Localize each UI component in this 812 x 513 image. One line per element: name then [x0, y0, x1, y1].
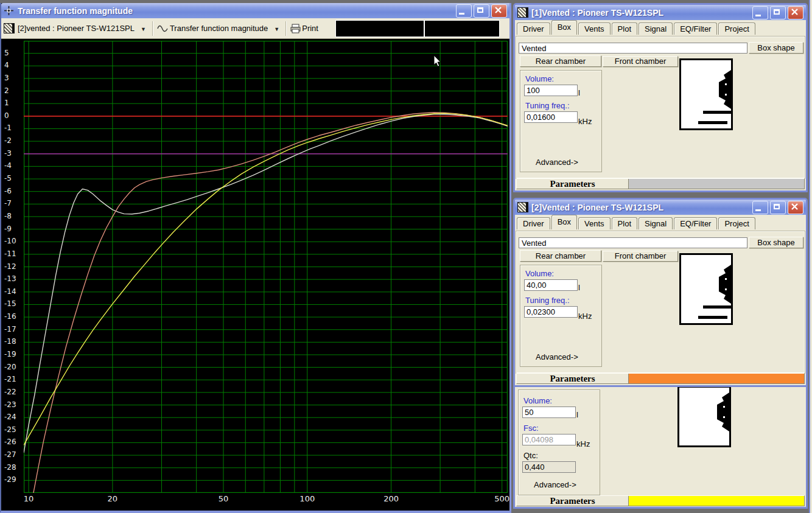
tuning-freq-input[interactable]: [524, 306, 578, 318]
minimize-button[interactable]: [456, 4, 472, 18]
legend-panel-1: [336, 21, 424, 37]
plot-titlebar[interactable]: Transfer function magnitude: [1, 3, 509, 18]
volume-input[interactable]: [524, 279, 578, 291]
y-tick-label: -26: [4, 438, 16, 446]
box-shape-button[interactable]: Box shape: [749, 42, 803, 54]
advanced-link[interactable]: Advanced->: [536, 158, 578, 167]
volume-label: Volume:: [525, 269, 554, 278]
tab-plot[interactable]: Plot: [612, 217, 637, 229]
rear-chamber-button[interactable]: Rear chamber: [520, 55, 601, 67]
volume-input[interactable]: [524, 85, 578, 96]
tab-vents[interactable]: Vents: [578, 23, 611, 35]
vent-icon: [703, 305, 731, 309]
project-dropdown[interactable]: [2]vented : Pioneer TS-W121SPL: [18, 24, 135, 33]
minimize-button[interactable]: [752, 201, 768, 214]
tuning-freq-label: Tuning freq.:: [525, 101, 570, 110]
background-window-edge: [809, 0, 812, 513]
chevron-down-icon[interactable]: ▼: [274, 26, 279, 32]
mouse-cursor: [433, 55, 442, 68]
rear-chamber-button[interactable]: Rear chamber: [520, 250, 601, 262]
x-tick-label: 20: [99, 494, 126, 503]
maximize-button[interactable]: [474, 4, 489, 18]
y-tick-label: 3: [4, 74, 9, 82]
y-tick-label: -1: [4, 124, 12, 132]
y-tick-label: -3: [4, 149, 12, 158]
volume-input[interactable]: [522, 407, 576, 418]
plot-window: Transfer function magnitude [2]vented : …: [0, 3, 511, 513]
tab-driver[interactable]: Driver: [517, 23, 550, 35]
y-tick-label: -27: [4, 450, 16, 459]
window-1-titlebar[interactable]: [1]Vented : Pioneer TS-W121SPL: [515, 5, 806, 20]
speaker-driver-icon: [681, 60, 731, 128]
fsc-label: Fsc:: [523, 424, 539, 433]
y-tick-label: -9: [4, 225, 12, 233]
speaker-driver-icon: [679, 388, 729, 447]
y-tick-label: -7: [4, 199, 12, 208]
crosshair-icon: [4, 5, 14, 16]
window-2-titlebar[interactable]: [2]Vented : Pioneer TS-W121SPL: [515, 200, 806, 215]
tab-box[interactable]: Box: [551, 215, 577, 229]
parameters-header[interactable]: Parameters: [517, 496, 628, 506]
volume-unit: l: [578, 88, 580, 97]
tab-driver[interactable]: Driver: [517, 217, 550, 229]
y-tick-label: -20: [4, 363, 16, 371]
plot-toolbar: [2]vented : Pioneer TS-W121SPL ▼ Transfe…: [1, 18, 509, 39]
box-diagram: [677, 387, 731, 447]
front-chamber-button[interactable]: Front chamber: [603, 251, 678, 262]
y-tick-label: -19: [4, 350, 16, 358]
tab-eq-filter[interactable]: EQ/Filter: [674, 23, 717, 35]
volume-unit: l: [578, 283, 580, 292]
project-icon: [517, 202, 528, 212]
x-tick-label: 10: [15, 494, 42, 503]
window-1-vented: [1]Vented : Pioneer TS-W121SPL DriverBox…: [513, 3, 808, 192]
tab-signal[interactable]: Signal: [639, 23, 673, 35]
y-tick-label: -16: [4, 312, 16, 321]
plot-area: [24, 41, 508, 493]
tab-eq-filter[interactable]: EQ/Filter: [674, 217, 717, 229]
box-shape-button[interactable]: Box shape: [749, 237, 803, 248]
advanced-link[interactable]: Advanced->: [534, 480, 576, 489]
minimize-button[interactable]: [752, 6, 768, 19]
maximize-button[interactable]: [770, 6, 786, 19]
graph-type-dropdown[interactable]: Transfer function magnitude: [170, 24, 268, 33]
y-tick-label: -17: [4, 325, 16, 333]
tab-box[interactable]: Box: [551, 20, 577, 35]
legend-panel-2: [425, 21, 499, 37]
parameters-header[interactable]: Parameters: [517, 374, 628, 383]
tuning-freq-input[interactable]: [524, 111, 578, 123]
parameters-bar: Parameters: [516, 373, 805, 384]
enclosure-type-field: Vented: [519, 43, 747, 54]
fsc-input: [522, 434, 576, 445]
vent-icon: [698, 316, 727, 319]
speaker-driver-icon: [681, 255, 731, 323]
window-1-tabrow: DriverBoxVentsPlotSignalEQ/FilterProject: [515, 20, 806, 35]
close-icon[interactable]: [788, 6, 803, 19]
volume-unit: l: [576, 410, 578, 419]
y-tick-label: -22: [4, 388, 16, 396]
chevron-down-icon[interactable]: ▼: [141, 26, 146, 32]
tab-project[interactable]: Project: [718, 23, 755, 35]
tab-plot[interactable]: Plot: [612, 23, 637, 35]
maximize-button[interactable]: [770, 201, 786, 214]
volume-label: Volume:: [525, 74, 554, 83]
tab-project[interactable]: Project: [718, 217, 755, 229]
advanced-link[interactable]: Advanced->: [536, 352, 578, 361]
close-icon[interactable]: [788, 201, 803, 214]
close-icon[interactable]: [491, 4, 507, 18]
y-tick-label: -6: [4, 187, 12, 195]
front-chamber-button[interactable]: Front chamber: [603, 56, 678, 67]
parameters-header[interactable]: Parameters: [517, 179, 628, 189]
tab-vents[interactable]: Vents: [578, 217, 611, 229]
print-button[interactable]: Print: [302, 24, 318, 33]
box-diagram: [679, 253, 733, 325]
project-icon: [4, 23, 15, 33]
y-tick-label: -21: [4, 375, 16, 383]
tuning-freq-unit: kHz: [578, 117, 592, 126]
project-icon: [517, 7, 528, 18]
tab-signal[interactable]: Signal: [639, 217, 673, 229]
window-1-title: [1]Vented : Pioneer TS-W121SPL: [531, 8, 751, 18]
y-tick-label: -29: [4, 475, 16, 484]
vent-icon: [698, 121, 727, 124]
print-icon: [290, 24, 301, 33]
y-tick-label: -2: [4, 136, 12, 145]
